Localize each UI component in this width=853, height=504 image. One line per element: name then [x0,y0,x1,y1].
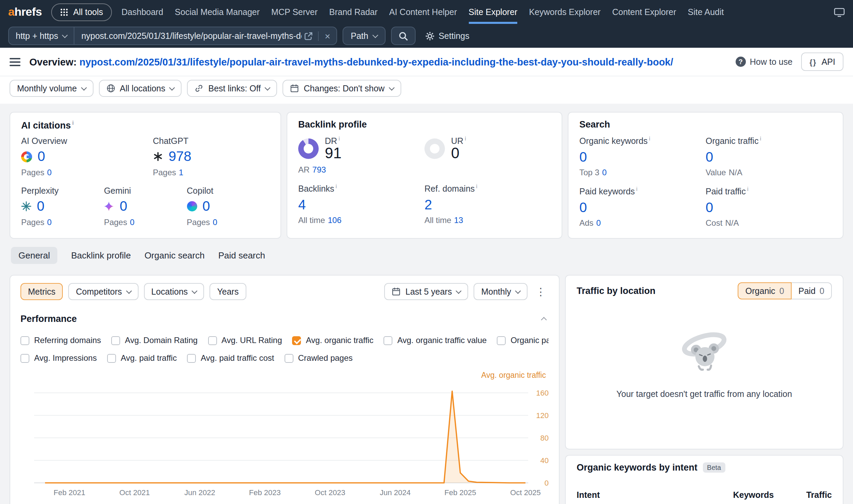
changes-dropdown[interactable]: Changes: Don't show [283,80,401,97]
checkbox-avg-paid-traffic-cost[interactable]: Avg. paid traffic cost [187,353,274,363]
locations-filter-dropdown[interactable]: All locations [99,80,182,97]
checkbox-avg-impressions[interactable]: Avg. Impressions [20,353,97,363]
chevron-down-icon [389,85,394,90]
nav-item-brand-radar[interactable]: Brand Radar [329,0,378,24]
gemini-metric: Gemini 0 Pages0 [104,186,187,227]
years-button[interactable]: Years [209,283,246,300]
desktop-icon[interactable] [834,7,845,17]
settings-button[interactable]: Settings [425,31,469,41]
search-button[interactable] [391,27,415,45]
info-icon[interactable]: i [760,135,761,142]
checkbox-organic-pages[interactable]: Organic pages [497,336,549,345]
years-label: Years [217,287,238,296]
metric-checkboxes-row2: Avg. Impressions Avg. paid traffic Avg. … [20,353,549,363]
how-to-use-link[interactable]: ? How to use [736,57,793,67]
mode-dropdown[interactable]: Path [343,27,385,45]
nav-item-dashboard[interactable]: Dashboard [121,0,163,24]
metric-value[interactable]: 0 [202,198,210,214]
checkbox-avg-paid-traffic[interactable]: Avg. paid traffic [107,353,177,363]
empty-state-text: Your target doesn't get traffic from any… [617,389,792,399]
tab-organic-search[interactable]: Organic search [144,247,204,264]
info-icon[interactable]: i [476,183,477,190]
api-button[interactable]: {} API [801,53,843,71]
column-keywords[interactable]: Keywords [692,490,774,500]
organic-keywords-value[interactable]: 0 [579,149,587,165]
tab-backlink-profile[interactable]: Backlink profile [71,247,131,264]
best-links-dropdown[interactable]: Best links: Off [187,80,277,97]
collapse-button[interactable] [539,311,549,326]
paid-traffic-value[interactable]: 0 [706,200,713,216]
nav-item-keywords-explorer[interactable]: Keywords Explorer [529,0,601,24]
pages-value[interactable]: 0 [213,217,217,227]
question-icon: ? [736,57,746,67]
info-icon[interactable]: i [465,135,466,142]
metric-label: ChatGPT [153,136,191,146]
paid-toggle-button[interactable]: Paid 0 [792,282,832,299]
metric-value[interactable]: 0 [120,198,127,214]
metric-value[interactable]: 0 [38,149,45,164]
info-icon[interactable]: i [72,119,74,126]
top3-value[interactable]: 0 [602,168,607,177]
menu-icon[interactable] [10,58,20,66]
column-traffic[interactable]: Traffic [774,490,832,500]
refdomains-value[interactable]: 2 [424,197,432,213]
metrics-button[interactable]: Metrics [20,283,63,300]
ahrefs-logo[interactable]: ahrefs [8,5,42,19]
organic-toggle-button[interactable]: Organic 0 [738,282,792,299]
info-icon[interactable]: i [336,183,337,190]
checkbox-avg-url-rating[interactable]: Avg. URL Rating [208,336,282,345]
checkbox-label: Avg. Impressions [34,353,97,363]
svg-text:Feb 2023: Feb 2023 [249,488,281,497]
info-icon[interactable]: i [338,135,340,142]
info-icon[interactable]: i [747,186,749,192]
nav-item-site-audit[interactable]: Site Audit [688,0,724,24]
checkbox-label: Crawled pages [298,353,352,363]
nav-item-social-media-manager[interactable]: Social Media Manager [175,0,260,24]
locations-dropdown[interactable]: Locations [144,283,204,300]
checkbox-avg-organic-traffic-value[interactable]: Avg. organic traffic value [384,336,487,345]
monthly-volume-dropdown[interactable]: Monthly volume [10,80,93,97]
metric-value[interactable]: 978 [169,149,191,164]
info-icon[interactable]: i [649,135,650,142]
grid-icon [60,8,68,16]
info-icon[interactable]: i [636,186,638,192]
backlinks-value[interactable]: 4 [298,197,306,213]
checkbox-crawled-pages[interactable]: Crawled pages [284,353,352,363]
target-url-link[interactable]: nypost.com/2025/01/31/lifestyle/popular-… [79,56,673,67]
all-tools-button[interactable]: All tools [51,3,112,21]
checkbox [20,336,29,345]
competitors-dropdown[interactable]: Competitors [69,283,139,300]
chevron-down-icon [515,288,521,294]
clear-icon[interactable]: × [321,31,336,41]
column-intent[interactable]: Intent [577,490,692,500]
date-range-dropdown[interactable]: Last 5 years [384,283,468,300]
ar-value[interactable]: 793 [312,165,326,175]
pages-value[interactable]: 1 [179,167,183,177]
nav-item-mcp-server[interactable]: MCP Server [271,0,318,24]
checkbox-referring-domains[interactable]: Referring domains [20,336,101,345]
pages-value[interactable]: 0 [130,217,134,227]
pages-value[interactable]: 0 [47,217,52,227]
ads-value[interactable]: 0 [596,219,601,228]
tab-general[interactable]: General [11,247,58,264]
svg-text:80: 80 [540,434,549,442]
nav-item-site-explorer[interactable]: Site Explorer [468,0,517,24]
metric-value[interactable]: 0 [37,198,44,214]
organic-traffic-value[interactable]: 0 [706,149,713,165]
more-options-icon[interactable]: ⋮ [533,285,549,298]
external-link-icon[interactable] [302,32,315,40]
nav-item-content-explorer[interactable]: Content Explorer [612,0,676,24]
nav-item-ai-content-helper[interactable]: AI Content Helper [389,0,457,24]
target-url-input[interactable]: nypost.com/2025/01/31/lifestyle/popular-… [74,31,301,41]
refdomains-alltime-value[interactable]: 13 [454,216,463,225]
tab-paid-search[interactable]: Paid search [218,247,265,264]
checkbox-avg-domain-rating[interactable]: Avg. Domain Rating [111,336,198,345]
pages-value[interactable]: 0 [47,167,52,177]
paid-keywords-value[interactable]: 0 [579,200,587,216]
checkbox-avg-organic-traffic[interactable]: Avg. organic traffic [292,336,374,345]
protocol-dropdown[interactable]: http + https [9,27,74,44]
backlink-profile-card: Backlink profile DRi 91 AR793 [287,112,562,239]
backlinks-alltime-value[interactable]: 106 [328,216,342,225]
granularity-dropdown[interactable]: Monthly [474,283,527,300]
ai-citations-card: AI citationsi AI Overview 0 Pages0 ChatG… [10,112,281,239]
